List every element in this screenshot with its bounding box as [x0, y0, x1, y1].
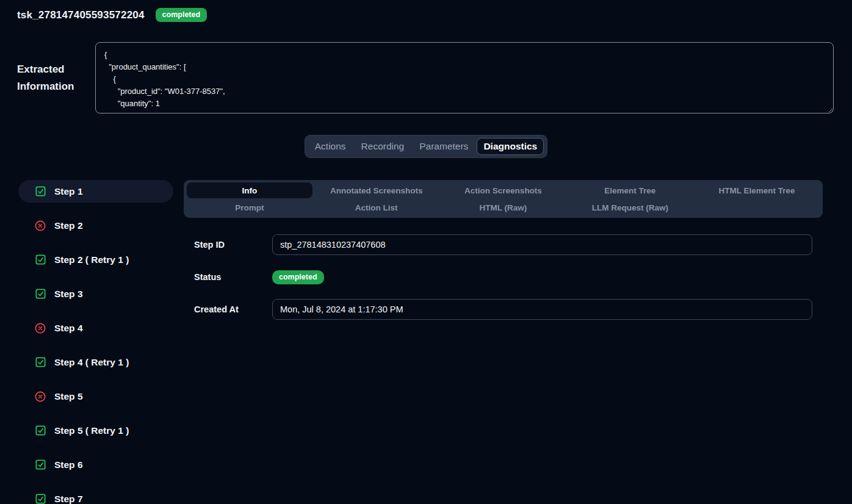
step-status-label: Status [194, 272, 272, 282]
subtab-annotated-screenshots[interactable]: Annotated Screenshots [314, 182, 439, 198]
step-item-step-7[interactable]: Step 7 [18, 488, 173, 504]
check-square-icon [34, 425, 46, 437]
step-label: Step 6 [54, 459, 83, 470]
step-label: Step 7 [54, 494, 83, 504]
diagnostics-subtabs: InfoAnnotated ScreenshotsAction Screensh… [184, 180, 823, 218]
step-label: Step 2 ( Retry 1 ) [54, 254, 129, 265]
task-id-title: tsk_278147405593572204 [17, 9, 145, 21]
created-at-row: Created At [194, 299, 823, 320]
subtab-llm-request-raw[interactable]: LLM Request (Raw) [567, 200, 693, 215]
main-tabs-row: ActionsRecordingParametersDiagnostics [0, 135, 852, 158]
step-label: Step 4 [54, 323, 83, 334]
subtab-action-screenshots[interactable]: Action Screenshots [441, 182, 566, 198]
x-circle-icon [34, 391, 46, 403]
subtab-action-list[interactable]: Action List [314, 200, 439, 215]
subtab-html-raw[interactable]: HTML (Raw) [441, 200, 566, 215]
tab-parameters[interactable]: Parameters [413, 138, 475, 155]
created-at-label: Created At [194, 304, 272, 314]
created-at-input[interactable] [272, 299, 812, 320]
extracted-information-label: Extracted Information [17, 42, 95, 113]
step-item-step-2-retry-1[interactable]: Step 2 ( Retry 1 ) [18, 248, 173, 271]
diagnostics-panel: InfoAnnotated ScreenshotsAction Screensh… [184, 180, 823, 331]
step-label: Step 1 [54, 186, 83, 197]
step-label: Step 5 ( Retry 1 ) [54, 425, 129, 436]
subtab-html-element-tree[interactable]: HTML Element Tree [694, 182, 820, 198]
step-item-step-1[interactable]: Step 1 [18, 180, 173, 203]
step-info-fields: Step ID Status completed Created At [184, 234, 823, 320]
check-square-icon [34, 288, 46, 300]
step-label: Step 4 ( Retry 1 ) [54, 357, 129, 368]
step-status-badge: completed [272, 270, 324, 284]
check-square-icon [34, 459, 46, 471]
check-square-icon [34, 254, 46, 266]
tab-recording[interactable]: Recording [355, 138, 411, 155]
step-id-label: Step ID [194, 240, 272, 250]
check-square-icon [34, 185, 46, 198]
step-id-input[interactable] [272, 234, 812, 255]
page-header: tsk_278147405593572204 completed [0, 0, 852, 22]
step-item-step-4[interactable]: Step 4 [18, 317, 173, 339]
tab-diagnostics[interactable]: Diagnostics [477, 138, 544, 155]
subtab-info[interactable]: Info [187, 182, 312, 198]
check-square-icon [34, 356, 46, 369]
diagnostics-content: Step 1Step 2Step 2 ( Retry 1 )Step 3Step… [0, 180, 852, 504]
check-square-icon [34, 493, 46, 504]
extracted-information-textarea[interactable]: { "product_quantities": [ { "product_id"… [95, 42, 834, 113]
step-item-step-5-retry-1[interactable]: Step 5 ( Retry 1 ) [18, 419, 173, 442]
x-circle-icon [34, 322, 46, 334]
step-label: Step 5 [54, 391, 83, 402]
step-status-row: Status completed [194, 267, 823, 287]
task-status-badge: completed [156, 8, 208, 22]
step-id-row: Step ID [194, 234, 823, 255]
extracted-information-section: Extracted Information { "product_quantit… [17, 42, 834, 113]
step-item-step-2[interactable]: Step 2 [18, 214, 173, 237]
tab-actions[interactable]: Actions [308, 138, 353, 155]
step-label: Step 2 [54, 220, 83, 231]
step-item-step-3[interactable]: Step 3 [18, 283, 173, 305]
step-item-step-5[interactable]: Step 5 [18, 385, 173, 408]
main-tabs: ActionsRecordingParametersDiagnostics [305, 135, 547, 158]
subtab-prompt[interactable]: Prompt [187, 200, 312, 215]
step-item-step-4-retry-1[interactable]: Step 4 ( Retry 1 ) [18, 351, 173, 373]
step-label: Step 3 [54, 289, 83, 300]
steps-sidebar: Step 1Step 2Step 2 ( Retry 1 )Step 3Step… [18, 180, 173, 504]
x-circle-icon [34, 220, 46, 232]
step-item-step-6[interactable]: Step 6 [18, 453, 173, 476]
subtab-element-tree[interactable]: Element Tree [567, 182, 693, 198]
